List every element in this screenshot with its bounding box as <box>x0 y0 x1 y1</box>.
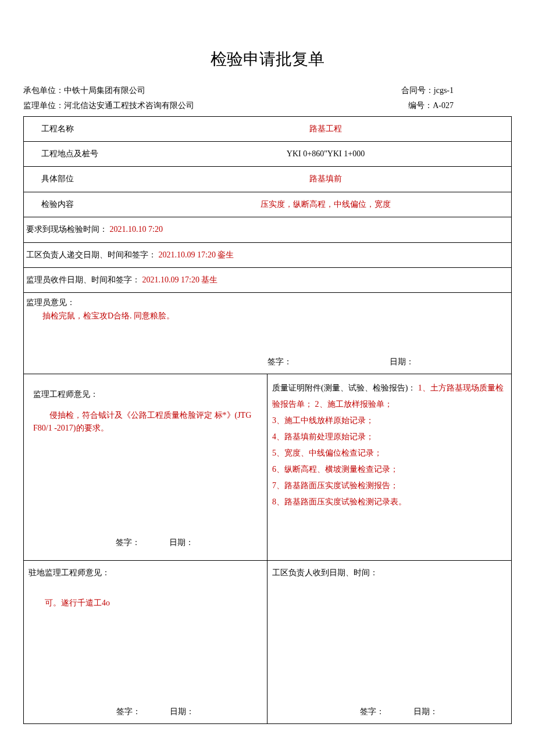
specific-part-label: 具体部位 <box>24 167 140 191</box>
attachment-item: 8、路基路面压实度试验检测记录表。 <box>272 497 406 506</box>
supervisor-opinion-content: 抽检完鼠，检宝攻D合络. 同意粮脍。 <box>26 310 509 323</box>
resident-engineer-label: 驻地监理工程师意见： <box>28 567 262 579</box>
project-name-value: 路基工程 <box>140 117 511 141</box>
required-time-label: 要求到现场检验时间： <box>26 225 108 234</box>
attachments-label: 质量证明附件(测量、试验、检验报告)： <box>272 384 416 392</box>
required-time-value: 2021.10.10 7:20 <box>110 225 163 234</box>
contract-no-label: 合同号： <box>401 84 434 97</box>
inspection-content-label: 检验内容 <box>24 192 140 217</box>
location-value: YKI 0+860"YKI 1+000 <box>140 142 511 166</box>
attachment-item: 6、纵断高程、横坡测量检查记录； <box>272 465 398 474</box>
engineer-opinion-content: 侵抽检，符合钺计及《公路工程质量枪脸评定 标*》(JTG F80/1 -2017… <box>33 409 258 435</box>
resident-engineer-content: 可。遂行千遣工4o <box>28 597 262 610</box>
engineer-opinion-label: 监理工程师意见： <box>33 388 258 401</box>
specific-part-value: 路基填前 <box>140 167 511 191</box>
attachments-block: 质量证明附件(测量、试验、检验报告)： 1、土方路基现场质量检验报告单； 2、施… <box>272 380 507 510</box>
doc-title: 检验申请批复单 <box>23 46 512 73</box>
submit-value: 2021.10.09 17:20 銮生 <box>159 250 234 259</box>
inspection-content-value: 压实度，纵断高程，中线偏位，宽度 <box>140 192 511 217</box>
submit-label: 工区负责人递交日期、时间和签字： <box>26 250 156 259</box>
doc-no-label: 编号： <box>408 99 433 112</box>
zone-date-label: 日期： <box>390 705 511 718</box>
supervisor-company-value: 河北信达安通工程技术咨询有限公司 <box>64 99 194 112</box>
resident-sign-label: 签字： <box>24 705 147 718</box>
engineer-sign-label: 签字： <box>28 536 146 549</box>
attachment-item: 5、宽度、中线偏位检查记录； <box>272 449 382 457</box>
project-name-label: 工程名称 <box>24 117 140 141</box>
receive-label: 监理员收件日期、时间和签字： <box>26 275 140 284</box>
attachment-item: 3、施工中线放样原始记录； <box>272 416 374 425</box>
supervisor-date-label: 日期： <box>390 357 414 366</box>
location-label: 工程地点及桩号 <box>24 142 140 166</box>
zone-sign-label: 签字： <box>268 705 390 718</box>
zone-receive-label: 工区负责人收到日期、时间： <box>272 567 507 579</box>
supervisor-opinion-label: 监理员意见： <box>26 296 509 309</box>
contract-no-value: jcgs-1 <box>434 84 454 97</box>
attachment-item: 7、路基路面压实度试验检测报告； <box>272 481 398 490</box>
supervisor-company-label: 监理单位： <box>23 99 64 112</box>
form-table: 工程名称 路基工程 工程地点及桩号 YKI 0+860"YKI 1+000 具体… <box>23 116 512 724</box>
doc-no-value: A-027 <box>433 99 454 112</box>
supervisor-sign-label: 签字： <box>268 357 292 366</box>
receive-value: 2021.10.09 17:20 基生 <box>142 275 218 284</box>
attachment-item: 4、路基填前处理原始记录； <box>272 432 374 441</box>
engineer-date-label: 日期： <box>146 536 262 549</box>
contractor-value: 中铁十局集团有限公司 <box>64 84 145 97</box>
contractor-label: 承包单位： <box>23 84 64 97</box>
resident-date-label: 日期： <box>147 705 267 718</box>
